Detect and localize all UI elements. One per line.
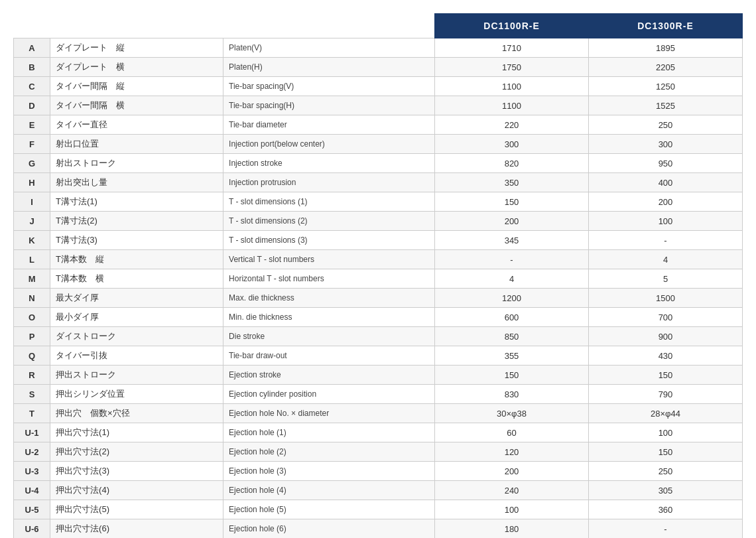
- cell-en: Ejection hole No. × diameter: [223, 404, 435, 423]
- cell-dc1100: 600: [435, 308, 589, 327]
- cell-key: K: [14, 231, 50, 250]
- cell-dc1300: 150: [589, 442, 743, 462]
- cell-dc1100: -: [435, 250, 589, 269]
- cell-dc1100: 60: [435, 423, 589, 442]
- cell-key: I: [14, 192, 50, 212]
- cell-key: Q: [14, 346, 50, 366]
- cell-key: U-2: [14, 442, 50, 462]
- th-dc1100: DC1100R-E: [435, 14, 589, 38]
- cell-en: Platen(H): [223, 58, 435, 77]
- cell-en: T - slot dimensions (3): [223, 231, 435, 250]
- cell-jp: T溝寸法(3): [50, 231, 223, 250]
- cell-dc1300: 1500: [589, 289, 743, 308]
- table-row: U-5押出穴寸法(5)Ejection hole (5)100360: [14, 500, 743, 519]
- cell-jp: T溝寸法(1): [50, 192, 223, 212]
- cell-dc1100: 200: [435, 462, 589, 481]
- cell-dc1100: 345: [435, 231, 589, 250]
- table-row: KT溝寸法(3)T - slot dimensions (3)345-: [14, 231, 743, 250]
- cell-dc1100: 1100: [435, 77, 589, 96]
- table-row: U-6押出穴寸法(6)Ejection hole (6)180-: [14, 519, 743, 539]
- cell-dc1300: 700: [589, 308, 743, 327]
- table-row: G射出ストロークInjection stroke820950: [14, 154, 743, 173]
- cell-key: S: [14, 385, 50, 404]
- cell-en: Ejection hole (6): [223, 519, 435, 539]
- table-row: Dタイバー間隔 横Tie-bar spacing(H)11001525: [14, 96, 743, 115]
- cell-dc1100: 1750: [435, 58, 589, 77]
- table-row: U-1押出穴寸法(1)Ejection hole (1)60100: [14, 423, 743, 442]
- cell-dc1100: 220: [435, 115, 589, 135]
- cell-key: L: [14, 250, 50, 269]
- cell-key: J: [14, 212, 50, 231]
- cell-en: Tie-bar diameter: [223, 115, 435, 135]
- cell-key: H: [14, 173, 50, 192]
- cell-en: Ejection hole (3): [223, 462, 435, 481]
- cell-dc1100: 300: [435, 135, 589, 154]
- th-empty-jp: [50, 14, 223, 38]
- cell-dc1300: 950: [589, 154, 743, 173]
- cell-key: U-5: [14, 500, 50, 519]
- th-dc1300: DC1300R-E: [589, 14, 743, 38]
- cell-en: Injection port(below center): [223, 135, 435, 154]
- cell-dc1100: 150: [435, 366, 589, 385]
- cell-jp: T溝本数 縦: [50, 250, 223, 269]
- cell-dc1100: 4: [435, 269, 589, 289]
- table-row: N最大ダイ厚Max. die thickness12001500: [14, 289, 743, 308]
- cell-en: Ejection hole (2): [223, 442, 435, 462]
- cell-jp: タイバー引抜: [50, 346, 223, 366]
- cell-key: U-3: [14, 462, 50, 481]
- cell-dc1300: 100: [589, 212, 743, 231]
- cell-dc1300: 305: [589, 481, 743, 500]
- cell-dc1100: 240: [435, 481, 589, 500]
- cell-dc1300: 400: [589, 173, 743, 192]
- cell-key: U-1: [14, 423, 50, 442]
- cell-dc1300: 300: [589, 135, 743, 154]
- table-row: JT溝寸法(2)T - slot dimensions (2)200100: [14, 212, 743, 231]
- cell-dc1300: 200: [589, 192, 743, 212]
- cell-key: O: [14, 308, 50, 327]
- cell-dc1300: 250: [589, 115, 743, 135]
- cell-key: T: [14, 404, 50, 423]
- cell-en: Ejection hole (4): [223, 481, 435, 500]
- cell-key: G: [14, 154, 50, 173]
- cell-key: B: [14, 58, 50, 77]
- cell-dc1300: 1525: [589, 96, 743, 115]
- table-row: H射出突出し量Injection protrusion350400: [14, 173, 743, 192]
- cell-dc1300: 790: [589, 385, 743, 404]
- th-empty-en: [223, 14, 435, 38]
- cell-en: Ejection hole (5): [223, 500, 435, 519]
- table-row: Cタイバー間隔 縦Tie-bar spacing(V)11001250: [14, 77, 743, 96]
- cell-jp: 最大ダイ厚: [50, 289, 223, 308]
- cell-key: R: [14, 366, 50, 385]
- cell-dc1300: 2205: [589, 58, 743, 77]
- table-row: PダイストロークDie stroke850900: [14, 327, 743, 346]
- cell-jp: 押出穴寸法(1): [50, 423, 223, 442]
- cell-dc1100: 150: [435, 192, 589, 212]
- cell-jp: 押出穴寸法(2): [50, 442, 223, 462]
- table-row: U-2押出穴寸法(2)Ejection hole (2)120150: [14, 442, 743, 462]
- cell-jp: タイバー間隔 横: [50, 96, 223, 115]
- cell-key: A: [14, 38, 50, 58]
- cell-dc1100: 200: [435, 212, 589, 231]
- table-row: Aダイプレート 縦Platen(V)17101895: [14, 38, 743, 58]
- cell-dc1300: 430: [589, 346, 743, 366]
- cell-key: C: [14, 77, 50, 96]
- cell-dc1300: 100: [589, 423, 743, 442]
- cell-jp: 押出穴 個数×穴径: [50, 404, 223, 423]
- cell-dc1100: 120: [435, 442, 589, 462]
- cell-jp: 押出穴寸法(5): [50, 500, 223, 519]
- th-empty-key: [14, 14, 50, 38]
- cell-en: Vertical T - slot numbers: [223, 250, 435, 269]
- table-row: LT溝本数 縦Vertical T - slot numbers-4: [14, 250, 743, 269]
- cell-dc1300: 28×φ44: [589, 404, 743, 423]
- cell-jp: ダイストローク: [50, 327, 223, 346]
- cell-key: D: [14, 96, 50, 115]
- cell-dc1100: 30×φ38: [435, 404, 589, 423]
- cell-key: E: [14, 115, 50, 135]
- table-row: S押出シリンダ位置Ejection cylinder position83079…: [14, 385, 743, 404]
- cell-en: Tie-bar draw-out: [223, 346, 435, 366]
- cell-dc1100: 830: [435, 385, 589, 404]
- cell-dc1300: 250: [589, 462, 743, 481]
- cell-dc1100: 1100: [435, 96, 589, 115]
- cell-dc1300: -: [589, 519, 743, 539]
- cell-en: Injection stroke: [223, 154, 435, 173]
